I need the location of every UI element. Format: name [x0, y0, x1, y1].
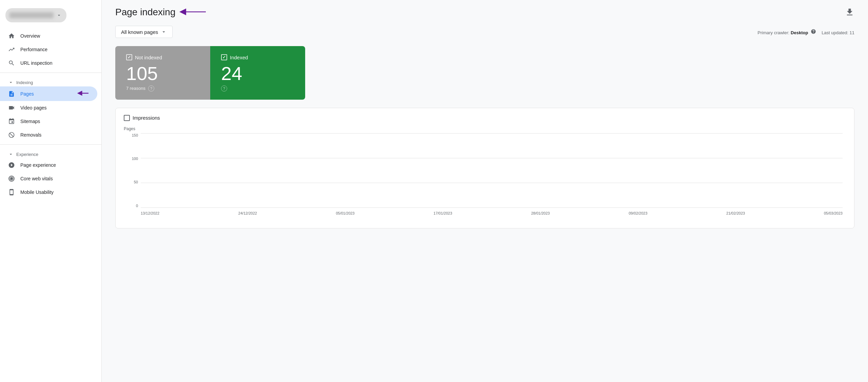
- sidebar-item-removals[interactable]: Removals: [0, 128, 97, 142]
- y-tick-50: 50: [134, 180, 138, 184]
- bar-group: [199, 133, 213, 208]
- bar-group: [316, 133, 330, 208]
- chevron-down-icon: [56, 13, 62, 18]
- last-updated-label: Last updated: 11: [822, 30, 854, 35]
- bar-group: [302, 133, 316, 208]
- trending-up-icon: [8, 46, 15, 53]
- sidebar-item-page-experience[interactable]: Page experience: [0, 158, 97, 172]
- logo-blur: [9, 12, 54, 18]
- bar-group: [580, 133, 594, 208]
- page-title: Page indexing: [115, 7, 175, 18]
- sidebar-item-mobile-usability[interactable]: Mobile Usability: [0, 185, 97, 199]
- bar-group: [829, 133, 843, 208]
- bar-group: [273, 133, 287, 208]
- bar-group: [477, 133, 491, 208]
- chart-container: Pages 150 100 50 0 13/12/2022 24/12: [124, 126, 846, 221]
- indexing-section-header[interactable]: Indexing: [0, 76, 101, 86]
- bar-group: [331, 133, 345, 208]
- bar-group: [390, 133, 403, 208]
- bar-group: [229, 133, 242, 208]
- sidebar-item-pages-label: Pages: [20, 91, 34, 97]
- sidebar-item-core-web-vitals-label: Core web vitals: [20, 176, 53, 181]
- home-icon: [8, 33, 15, 39]
- bar-group: [185, 133, 199, 208]
- y-axis-ticks: 150 100 50 0: [124, 133, 141, 208]
- help-circle-icon[interactable]: [811, 29, 816, 34]
- bar-group: [536, 133, 550, 208]
- all-known-pages-dropdown[interactable]: All known pages: [115, 26, 173, 38]
- bar-group: [258, 133, 272, 208]
- not-indexed-sub: 7 reasons ?: [126, 85, 194, 92]
- indexed-label: Indexed: [230, 55, 248, 60]
- indexed-card[interactable]: Indexed 24 ?: [210, 46, 305, 100]
- pages-arrow-indicator: [77, 90, 89, 98]
- not-indexed-help-icon[interactable]: ?: [148, 85, 154, 92]
- bar-group: [800, 133, 813, 208]
- sidebar-item-video-pages[interactable]: Video pages: [0, 101, 97, 115]
- impressions-checkbox[interactable]: [124, 115, 130, 121]
- bar-group: [624, 133, 638, 208]
- sidebar: Overview Performance URL inspection Inde…: [0, 0, 102, 382]
- logo-area: [0, 5, 101, 29]
- bar-group: [433, 133, 447, 208]
- x-tick-3: 05/01/2023: [336, 211, 355, 215]
- experience-section-label: Experience: [16, 152, 38, 157]
- chart-section: Impressions Pages 150 100 50 0: [115, 108, 854, 228]
- sidebar-item-performance[interactable]: Performance: [0, 43, 97, 56]
- divider-2: [0, 144, 101, 145]
- bar-group: [551, 133, 565, 208]
- not-indexed-count: 105: [126, 63, 194, 84]
- bar-group: [653, 133, 667, 208]
- x-tick-6: 09/02/2023: [629, 211, 647, 215]
- bar-group: [712, 133, 726, 208]
- bar-group: [638, 133, 652, 208]
- sidebar-item-pages[interactable]: Pages: [0, 86, 97, 101]
- bar-group: [609, 133, 623, 208]
- bar-group: [214, 133, 228, 208]
- x-tick-2: 24/12/2022: [238, 211, 257, 215]
- bar-group: [668, 133, 682, 208]
- sidebar-item-performance-label: Performance: [20, 47, 47, 52]
- indexed-help-icon[interactable]: ?: [221, 85, 227, 92]
- sidebar-item-overview[interactable]: Overview: [0, 29, 97, 43]
- indexed-sub: ?: [221, 85, 289, 92]
- bar-group: [697, 133, 711, 208]
- sidebar-item-sitemaps[interactable]: Sitemaps: [0, 115, 97, 128]
- y-tick-100: 100: [132, 157, 138, 161]
- bar-group: [155, 133, 169, 208]
- bar-group: [463, 133, 477, 208]
- video-icon: [8, 104, 15, 111]
- not-indexed-card[interactable]: Not indexed 105 7 reasons ?: [115, 46, 210, 100]
- x-tick-8: 05/03/2023: [824, 211, 843, 215]
- title-arrow-annotation: [179, 7, 206, 18]
- sidebar-item-mobile-usability-label: Mobile Usability: [20, 189, 54, 195]
- filter-bar: All known pages Primary crawler: Desktop…: [102, 23, 868, 43]
- sidebar-item-removals-label: Removals: [20, 132, 41, 138]
- download-icon[interactable]: [845, 7, 854, 17]
- bar-group: [507, 133, 520, 208]
- sidebar-item-core-web-vitals[interactable]: Core web vitals: [0, 172, 97, 185]
- page-header: Page indexing: [102, 0, 868, 23]
- bar-group: [682, 133, 696, 208]
- impressions-label: Impressions: [133, 115, 160, 121]
- bar-group: [814, 133, 828, 208]
- x-tick-4: 17/01/2023: [434, 211, 452, 215]
- y-tick-150: 150: [132, 133, 138, 137]
- mobile-icon: [8, 189, 15, 196]
- chart-legend: Impressions: [124, 115, 846, 121]
- sidebar-item-url-inspection[interactable]: URL inspection: [0, 56, 97, 70]
- bar-group: [404, 133, 418, 208]
- bar-group: [346, 133, 359, 208]
- x-tick-1: 13/12/2022: [141, 211, 159, 215]
- search-icon: [8, 60, 15, 66]
- indexing-section-label: Indexing: [16, 80, 33, 85]
- not-indexed-checkbox[interactable]: [126, 54, 132, 60]
- pages-icon: [8, 91, 15, 97]
- experience-section-header[interactable]: Experience: [0, 147, 101, 158]
- indexed-checkbox[interactable]: [221, 54, 227, 60]
- chevron-down-icon-indexing: [8, 80, 14, 85]
- property-selector[interactable]: [5, 8, 66, 22]
- main-content: Page indexing All known page: [102, 0, 868, 382]
- bar-group: [755, 133, 769, 208]
- bar-group: [770, 133, 784, 208]
